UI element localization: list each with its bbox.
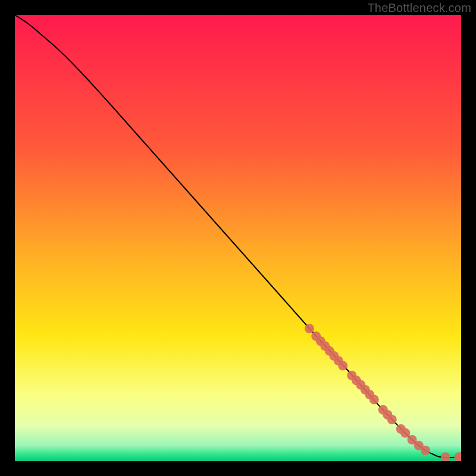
chart-svg [15,15,461,461]
chart-background [15,15,461,461]
watermark-text: TheBottleneck.com [367,1,471,15]
scatter-point [338,361,347,371]
scatter-point [305,324,314,333]
scatter-point [387,415,397,424]
chart-plot-area [15,15,461,461]
scatter-point [369,395,379,405]
chart-frame: TheBottleneck.com [0,0,476,476]
scatter-point [421,446,430,455]
